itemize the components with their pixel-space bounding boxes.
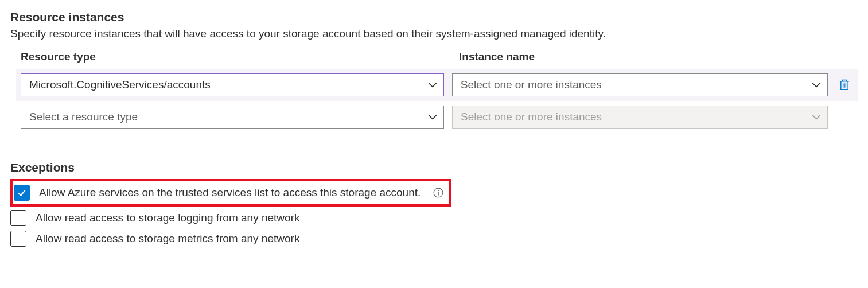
checkbox-logging[interactable]	[10, 210, 26, 226]
checkbox-trusted-services[interactable]	[14, 185, 30, 201]
chevron-down-icon	[811, 112, 822, 122]
table-headers: Resource type Instance name	[16, 50, 858, 63]
resource-type-value: Microsoft.CognitiveServices/accounts	[29, 79, 211, 91]
instance-placeholder: Select one or more instances	[461, 79, 602, 91]
resource-instances-section: Resource instances Specify resource inst…	[10, 10, 858, 133]
delete-icon[interactable]	[836, 76, 853, 94]
exception-item: Allow read access to storage metrics fro…	[10, 228, 858, 249]
resource-instances-description: Specify resource instances that will hav…	[10, 28, 858, 40]
exception-label: Allow read access to storage logging fro…	[36, 212, 299, 224]
resource-type-dropdown[interactable]: Select a resource type	[21, 106, 444, 129]
svg-point-1	[438, 190, 439, 191]
header-resource-type: Resource type	[16, 50, 459, 63]
exceptions-section: Exceptions Allow Azure services on the t…	[10, 161, 858, 249]
header-instance-name: Instance name	[459, 50, 849, 63]
resource-instances-table: Resource type Instance name Microsoft.Co…	[10, 50, 858, 133]
exception-item: Allow read access to storage logging fro…	[10, 208, 858, 228]
info-icon[interactable]	[433, 188, 443, 198]
resource-row: Microsoft.CognitiveServices/accounts Sel…	[16, 69, 858, 101]
instance-name-dropdown-disabled: Select one or more instances	[452, 106, 828, 129]
checkbox-metrics[interactable]	[10, 231, 26, 247]
exceptions-title: Exceptions	[10, 161, 858, 174]
resource-instances-title: Resource instances	[10, 10, 858, 24]
exception-item-highlighted: Allow Azure services on the trusted serv…	[10, 179, 451, 207]
svg-rect-2	[438, 192, 439, 195]
chevron-down-icon	[427, 80, 438, 90]
chevron-down-icon	[811, 80, 822, 90]
exception-label: Allow Azure services on the trusted serv…	[39, 186, 421, 199]
chevron-down-icon	[427, 112, 438, 122]
instance-name-dropdown[interactable]: Select one or more instances	[452, 73, 828, 96]
resource-row: Select a resource type Select one or mor…	[16, 101, 858, 133]
resource-type-placeholder: Select a resource type	[29, 111, 138, 123]
exception-label: Allow read access to storage metrics fro…	[36, 232, 299, 245]
instance-placeholder: Select one or more instances	[461, 111, 602, 123]
resource-type-dropdown[interactable]: Microsoft.CognitiveServices/accounts	[21, 73, 444, 96]
